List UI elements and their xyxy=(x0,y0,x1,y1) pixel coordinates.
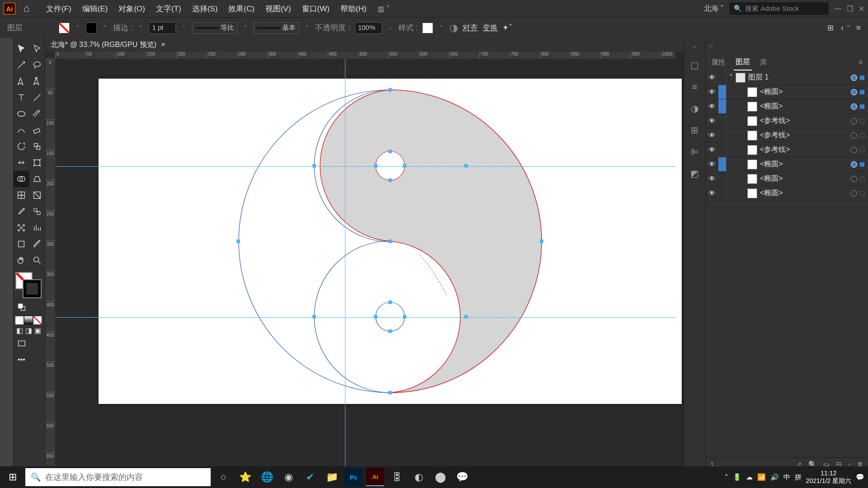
tab-close-icon[interactable]: × xyxy=(161,40,165,49)
layer-root[interactable]: 👁 ˅ 图层 1 xyxy=(706,70,868,85)
tray-up-icon[interactable]: ˄ xyxy=(725,473,728,481)
stroke-dd2[interactable]: ˅ xyxy=(180,24,188,32)
symbol-tool[interactable] xyxy=(14,220,29,236)
app-circle-icon[interactable]: ⬤ xyxy=(431,468,449,486)
visibility-icon[interactable]: 👁 xyxy=(706,146,718,154)
screen-mode[interactable] xyxy=(14,335,29,352)
visibility-icon[interactable]: 👁 xyxy=(706,160,718,169)
eraser-tool[interactable] xyxy=(29,122,45,138)
menu-object[interactable]: 对象(O) xyxy=(114,2,150,16)
menu-view[interactable]: 视图(V) xyxy=(261,2,296,16)
layer-name[interactable]: 图层 1 xyxy=(748,73,769,82)
tab-properties[interactable]: 属性 xyxy=(709,55,727,70)
clock[interactable]: 11:12 2021/1/2 星期六 xyxy=(806,469,851,485)
edit-toolbar[interactable]: ••• xyxy=(14,352,29,368)
guide-horizontal-1[interactable] xyxy=(55,166,675,167)
stroke-color[interactable] xyxy=(24,280,41,297)
align-icon[interactable]: ⊫ xyxy=(689,145,701,158)
draw-normal[interactable]: ◧ xyxy=(15,326,24,334)
stock-search[interactable]: 🔍 搜索 Adobe Stock xyxy=(729,2,829,15)
pen-tool[interactable] xyxy=(14,73,29,89)
magic-wand-tool[interactable] xyxy=(14,57,29,73)
windows-search[interactable]: 🔍 在这里输入你要搜索的内容 xyxy=(25,468,211,486)
grid-icon[interactable]: ⊞ xyxy=(827,23,834,33)
stroke-dec[interactable]: ⌃ xyxy=(137,24,144,32)
list-icon[interactable]: ≡ xyxy=(689,80,701,93)
hand-tool[interactable] xyxy=(14,252,29,268)
visibility-icon[interactable]: 👁 xyxy=(706,88,718,96)
visibility-icon[interactable]: 👁 xyxy=(706,74,718,82)
collapsed-panel-left[interactable] xyxy=(0,38,14,471)
transform-link[interactable]: 变换 xyxy=(482,23,498,33)
guide-horizontal-2[interactable] xyxy=(55,317,675,318)
collapse-icon[interactable]: ‹‹ xyxy=(693,43,697,50)
ruler-vertical[interactable]: 0501001502002503003504004505005506006507… xyxy=(45,59,55,471)
visibility-icon[interactable]: 👁 xyxy=(706,131,718,140)
restore-icon[interactable]: ❐ xyxy=(847,5,853,13)
default-fill-stroke[interactable] xyxy=(14,299,29,315)
target-icon[interactable] xyxy=(851,103,857,110)
isolate-icon[interactable]: ✦˅ xyxy=(502,23,513,33)
gradient-tool[interactable] xyxy=(29,187,45,203)
menu-select[interactable]: 选择(S) xyxy=(188,2,222,16)
layer-item[interactable]: 👁 <椭圆> xyxy=(706,85,868,99)
stroke-weight[interactable]: 1 pt xyxy=(149,22,176,34)
sublayer-name[interactable]: <椭圆> xyxy=(760,160,783,169)
workspace-switcher[interactable]: 北海 ˅ xyxy=(704,4,724,14)
edge-icon[interactable]: 🌐 xyxy=(258,468,276,486)
target-icon[interactable] xyxy=(851,190,857,197)
opacity-input[interactable]: 100% xyxy=(355,22,382,34)
cortana-icon[interactable]: ○ xyxy=(214,468,232,486)
menu-help[interactable]: 帮助(H) xyxy=(336,2,371,16)
free-transform-tool[interactable] xyxy=(29,155,45,171)
disclosure-icon[interactable]: ˅ xyxy=(729,73,733,82)
stroke-swatch[interactable] xyxy=(86,23,97,33)
battery-icon[interactable]: 🔋 xyxy=(733,473,741,481)
ruler-horizontal[interactable]: 0501001502002503003504004505005506006507… xyxy=(55,52,675,59)
shape-builder-tool[interactable] xyxy=(14,171,29,187)
layer-item[interactable]: 👁 <参考线> xyxy=(706,128,868,143)
menu-file[interactable]: 文件(F) xyxy=(42,2,76,16)
measure-tool[interactable] xyxy=(29,203,45,220)
mesh-tool[interactable] xyxy=(14,187,29,203)
layer-item[interactable]: 👁 <椭圆> xyxy=(706,172,868,186)
visibility-icon[interactable]: 👁 xyxy=(706,117,718,125)
stroke-dd[interactable]: ˅ xyxy=(101,24,108,32)
fill-swatch[interactable] xyxy=(59,23,70,33)
guide-vertical[interactable] xyxy=(345,59,345,471)
visibility-icon[interactable]: 👁 xyxy=(706,175,718,183)
slice-tool[interactable] xyxy=(29,236,45,252)
collapse-icon-2[interactable]: ‹‹ xyxy=(709,43,713,49)
perspective-tool[interactable] xyxy=(29,171,45,187)
layer-item[interactable]: 👁 <椭圆> xyxy=(706,186,868,201)
shaper-tool[interactable] xyxy=(14,122,29,138)
sublayer-name[interactable]: <参考线> xyxy=(760,131,790,140)
visibility-icon[interactable]: 👁 xyxy=(706,103,718,111)
ellipse-tool[interactable] xyxy=(14,106,29,122)
ime-indicator-2[interactable]: 拼 xyxy=(795,473,802,482)
color-mode[interactable] xyxy=(15,316,24,324)
close-icon[interactable]: ✕ xyxy=(859,5,864,13)
width-tool[interactable] xyxy=(14,155,29,171)
menu-edit[interactable]: 编辑(E) xyxy=(78,2,113,16)
c4d-icon[interactable]: ◐ xyxy=(410,468,428,486)
menu-type[interactable]: 文字(T) xyxy=(151,2,186,16)
target-icon[interactable] xyxy=(851,161,857,168)
chrome-icon[interactable]: ◉ xyxy=(279,468,297,486)
type-tool[interactable] xyxy=(14,89,29,106)
sublayer-name[interactable]: <椭圆> xyxy=(760,174,783,183)
draw-behind[interactable]: ◨ xyxy=(24,326,33,334)
appearance-icon[interactable]: ◑ xyxy=(689,102,701,115)
align-link[interactable]: 对齐 xyxy=(462,23,478,33)
davinci-icon[interactable]: 🎛 xyxy=(388,468,406,486)
recolor-icon[interactable]: ◑ xyxy=(449,22,458,34)
menu-window[interactable]: 窗口(W) xyxy=(297,2,334,16)
scale-tool[interactable] xyxy=(29,138,45,155)
app-star-icon[interactable]: ⭐ xyxy=(236,468,254,486)
home-icon[interactable]: ⌂ xyxy=(21,3,33,14)
draw-inside[interactable]: ▣ xyxy=(33,326,42,334)
target-icon[interactable] xyxy=(851,176,857,182)
target-icon[interactable] xyxy=(851,89,857,95)
layer-item[interactable]: 👁 <参考线> xyxy=(706,143,868,157)
brush-tool[interactable] xyxy=(29,106,45,122)
